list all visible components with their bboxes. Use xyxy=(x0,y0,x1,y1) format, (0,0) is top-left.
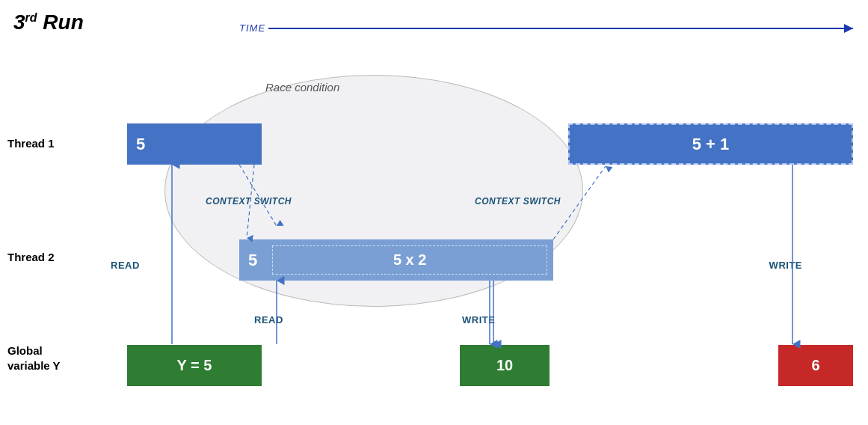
global-var-value-1: Y = 5 xyxy=(177,357,212,374)
thread1-left-value: 5 xyxy=(136,135,145,154)
thread1-label: Thread 1 xyxy=(7,137,55,150)
thread2-label: Thread 2 xyxy=(7,251,55,263)
thread2-right-value: 5 x 2 xyxy=(272,245,547,275)
write-label-2: WRITE xyxy=(769,260,802,271)
thread2-box: 5 5 x 2 xyxy=(239,239,553,281)
global-var-box-1: Y = 5 xyxy=(127,345,262,386)
diagram: 3rd Run TIME Thread 1 Thread 2 Global va… xyxy=(0,0,868,425)
title: 3rd Run xyxy=(13,10,84,34)
read-label-2: READ xyxy=(254,314,283,325)
time-label: TIME xyxy=(239,22,265,34)
time-arrow-line xyxy=(268,28,853,29)
thread1-box-left: 5 xyxy=(127,123,262,165)
thread1-right-value: 5 + 1 xyxy=(692,135,730,154)
context-switch-label-2: CONTEXT SWITCH xyxy=(475,196,561,207)
global-var-box-2: 10 xyxy=(460,345,550,386)
read-label-1: READ xyxy=(111,260,140,271)
race-condition-label: Race condition xyxy=(265,81,339,94)
superscript: rd xyxy=(25,11,37,24)
global-var-value-3: 6 xyxy=(811,357,819,374)
global-var-box-3: 6 xyxy=(778,345,853,386)
run-number: 3 xyxy=(13,10,25,34)
run-text: Run xyxy=(43,10,83,34)
thread2-left-value: 5 xyxy=(239,251,272,270)
thread1-box-right: 5 + 1 xyxy=(568,123,853,165)
global-variable-label: Global variable Y xyxy=(7,343,61,373)
global-var-value-2: 10 xyxy=(496,357,513,374)
time-arrow: TIME xyxy=(239,22,853,34)
context-switch-label-1: CONTEXT SWITCH xyxy=(206,196,292,207)
write-label-1: WRITE xyxy=(462,314,495,325)
